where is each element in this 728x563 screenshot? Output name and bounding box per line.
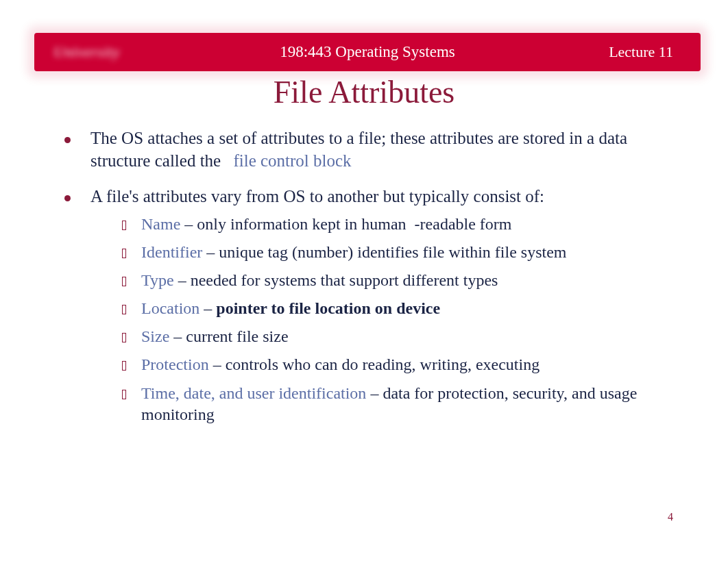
bullet-point-1: The OS attaches a set of attributes to a… (62, 127, 663, 172)
slide-title: File Attributes (0, 74, 728, 110)
attr-name-label: Name (141, 215, 180, 233)
attribute-list: Name – only information kept in human -r… (90, 214, 663, 426)
attr-identifier-desc: – unique tag (number) identifies file wi… (202, 243, 566, 261)
attr-name-desc: – only information kept in human -readab… (180, 215, 511, 233)
header-bar: University 198:443 Operating Systems Lec… (34, 33, 701, 71)
lecture-number: Lecture 11 (609, 43, 673, 61)
attr-name: Name – only information kept in human -r… (119, 214, 663, 235)
attr-location-desc: pointer to file location on device (216, 299, 440, 317)
attr-protection-desc: – controls who can do reading, writing, … (209, 355, 540, 373)
page-number: 4 (668, 511, 673, 523)
slide: University 198:443 Operating Systems Lec… (0, 0, 728, 563)
attr-size: Size – current file size (119, 326, 663, 347)
attr-identifier-label: Identifier (141, 243, 202, 261)
term-file-control-block: file control block (233, 151, 351, 170)
attr-type: Type – needed for systems that support d… (119, 270, 663, 291)
attr-location-dash: – (199, 299, 216, 317)
attr-location: Location – pointer to file location on d… (119, 298, 663, 319)
attr-size-desc: – current file size (169, 327, 288, 345)
attr-location-label: Location (141, 299, 199, 317)
attr-type-label: Type (141, 271, 174, 289)
course-title: 198:443 Operating Systems (34, 43, 701, 61)
attr-size-label: Size (141, 327, 169, 345)
attr-identifier: Identifier – unique tag (number) identif… (119, 242, 663, 263)
bullet-2-text: A file's attributes vary from OS to anot… (90, 187, 544, 205)
attr-time: Time, date, and user identification – da… (119, 383, 663, 425)
attr-type-desc: – needed for systems that support differ… (174, 271, 498, 289)
attr-time-label: Time, date, and user identification (141, 384, 366, 402)
attr-protection: Protection – controls who can do reading… (119, 354, 663, 375)
bullet-1-text: The OS attaches a set of attributes to a… (90, 129, 627, 170)
attr-protection-label: Protection (141, 355, 209, 373)
bullet-point-2: A file's attributes vary from OS to anot… (62, 186, 663, 425)
slide-content: The OS attaches a set of attributes to a… (62, 127, 663, 439)
